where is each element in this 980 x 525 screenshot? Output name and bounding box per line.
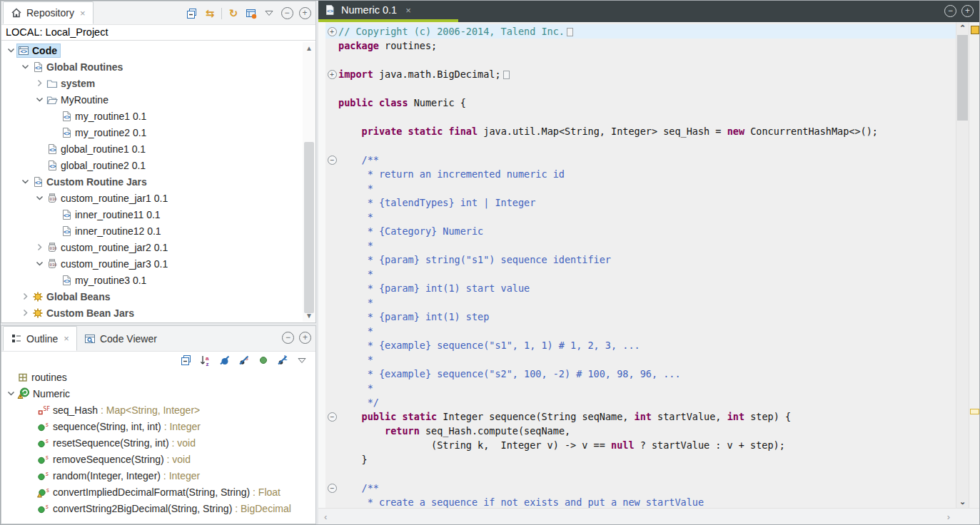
code-line[interactable]: * {example} sequence("s1", 1, 1) # 1, 2,… — [325, 338, 956, 352]
code-line[interactable]: * — [325, 324, 956, 338]
tree-item-content[interactable]: <>my_routine1 0.1 — [60, 110, 149, 123]
code-line[interactable]: * — [325, 181, 956, 195]
tree-item[interactable]: <>my_routine1 0.1 — [1, 108, 315, 124]
code-line[interactable]: +// Copyright (c) 2006-2014, Talend Inc. — [325, 24, 956, 39]
tree-item[interactable]: 010custom_routine_jar1 0.1 — [1, 190, 315, 206]
tree-item[interactable]: <>inner_routine12 0.1 — [1, 223, 315, 239]
outline-item[interactable]: sconvertImpliedDecimalFormat(String, Str… — [1, 484, 315, 500]
tab-outline[interactable]: Outline × — [3, 326, 77, 351]
tree-item-content[interactable]: <>my_routine2 0.1 — [60, 126, 149, 139]
close-icon[interactable]: × — [64, 333, 69, 344]
overview-marker-icon[interactable] — [970, 409, 979, 414]
chevron-expanded-icon[interactable] — [5, 389, 17, 397]
tree-item[interactable]: <>inner_routine11 0.1 — [1, 206, 315, 223]
minimize-button[interactable]: − — [281, 7, 293, 20]
chevron-expanded-icon[interactable] — [34, 96, 46, 103]
maximize-icon[interactable]: + — [299, 332, 311, 344]
tree-item-content[interactable]: 010custom_routine_jar1 0.1 — [46, 192, 171, 205]
tree-item[interactable]: 010custom_routine_jar2 0.1 — [1, 239, 315, 255]
maximize-button[interactable]: + — [298, 7, 311, 20]
collapsed-region-icon[interactable] — [567, 28, 573, 36]
tree-item-content[interactable]: 010custom_routine_jar2 0.1 — [46, 241, 171, 254]
tree-item[interactable]: Custom Bean Jars — [1, 305, 315, 321]
code-line[interactable]: +import java.math.BigDecimal; — [325, 67, 956, 81]
collapsed-region-icon[interactable] — [503, 71, 510, 79]
tree-item[interactable]: Global Beans — [1, 288, 315, 305]
tree-item-content[interactable]: <>Code — [17, 44, 60, 57]
tab-numeric-editor[interactable]: <> Numeric 0.1 × — [318, 1, 418, 19]
tree-item-content[interactable]: <>global_routine1 0.1 — [46, 143, 148, 156]
chevron-collapsed-icon[interactable] — [19, 309, 31, 317]
chevron-expanded-icon[interactable] — [19, 63, 31, 71]
close-icon[interactable]: × — [80, 8, 86, 19]
outline-item[interactable]: sremoveSequence(String) : void — [1, 451, 315, 467]
tree-item-content[interactable]: Custom Bean Jars — [31, 307, 137, 320]
code-line[interactable]: package routines; — [325, 39, 956, 53]
detailed-view-button[interactable] — [245, 7, 258, 20]
code-line[interactable] — [325, 467, 956, 481]
code-line[interactable]: (String k, Integer v) -> v == null ? sta… — [325, 438, 956, 452]
code-line[interactable]: } — [325, 452, 956, 467]
code-line[interactable]: * {param} string("s1") sequence identifi… — [325, 253, 956, 267]
chevron-expanded-icon[interactable] — [34, 260, 46, 267]
hide-fields-button[interactable] — [218, 354, 231, 367]
code-line[interactable]: − public static Integer sequence(String … — [325, 409, 956, 424]
overview-marker-icon[interactable] — [971, 26, 979, 34]
scroll-down-icon[interactable]: ▼ — [303, 312, 315, 320]
code-line[interactable]: return seq_Hash.compute(seqName, — [325, 424, 956, 438]
tree-item-content[interactable]: <>inner_routine11 0.1 — [60, 208, 163, 221]
outline-item[interactable]: Numeric — [1, 385, 315, 402]
view-menu-button[interactable] — [295, 354, 308, 367]
tree-item[interactable]: 010custom_routine_jar3 0.1 — [1, 255, 315, 272]
tree-item[interactable]: <>global_routine2 0.1 — [1, 157, 315, 173]
code-line[interactable]: * — [325, 295, 956, 310]
tab-code-viewer[interactable]: Code Viewer — [77, 326, 164, 351]
fold-toggle-plus-icon[interactable]: + — [325, 27, 338, 36]
tree-item-content[interactable]: <>inner_routine12 0.1 — [60, 225, 164, 238]
code-line[interactable]: * {Category} Numeric — [325, 224, 956, 238]
collapse-all-button[interactable] — [186, 7, 198, 20]
code-line[interactable]: */ — [325, 395, 956, 409]
scroll-up-icon[interactable]: ▲ — [303, 44, 315, 52]
hide-static-button[interactable]: s — [238, 354, 251, 367]
code-line[interactable] — [325, 81, 956, 96]
outline-item[interactable]: ssequence(String, int, int) : Integer — [1, 418, 315, 434]
code-line[interactable]: * create a sequence if not exists and pu… — [325, 495, 956, 508]
tree-item-content[interactable]: Global Beans — [31, 290, 113, 303]
code-line[interactable]: * — [325, 210, 956, 224]
tree-item[interactable]: <>Code — [1, 42, 315, 58]
code-line[interactable]: public class Numeric { — [325, 96, 956, 110]
fold-toggle-plus-icon[interactable]: + — [325, 70, 338, 79]
fold-toggle-minus-icon[interactable]: − — [325, 484, 338, 493]
outline-item[interactable]: routines — [1, 369, 315, 385]
tree-item[interactable]: system — [1, 75, 315, 91]
tree-item-content[interactable]: MyRoutine — [46, 93, 111, 106]
sort-alpha-button[interactable]: az — [199, 354, 212, 367]
chevron-expanded-icon[interactable] — [5, 46, 17, 54]
fold-toggle-minus-icon[interactable]: − — [325, 412, 338, 422]
code-line[interactable]: − /** — [325, 481, 956, 495]
chevron-expanded-icon[interactable] — [34, 194, 46, 202]
code-line[interactable]: * — [325, 238, 956, 253]
tree-item-content[interactable]: <>global_routine2 0.1 — [46, 159, 148, 172]
close-icon[interactable]: × — [405, 5, 411, 16]
outline-item[interactable]: sconvertString2BigDecimal(String, String… — [1, 500, 315, 516]
code-line[interactable] — [325, 138, 956, 153]
scroll-right-icon[interactable]: › — [947, 511, 950, 522]
code-line[interactable]: * return an incremented numeric id — [325, 167, 956, 181]
code-line[interactable]: * {param} int(1) step — [325, 310, 956, 324]
hide-non-public-button[interactable] — [257, 354, 270, 367]
outline-item[interactable]: sresetSequence(String, int) : void — [1, 434, 315, 451]
tree-item-content[interactable]: <>Global Routines — [31, 61, 126, 73]
chevron-collapsed-icon[interactable] — [19, 292, 31, 300]
tree-item-content[interactable]: <>my_routine3 0.1 — [60, 274, 149, 287]
code-line[interactable]: − /** — [325, 153, 956, 167]
tree-item[interactable]: <>Global Routines — [1, 58, 315, 75]
view-menu-button[interactable] — [263, 7, 276, 20]
collapse-all-button[interactable] — [180, 354, 193, 367]
chevron-expanded-icon[interactable] — [19, 178, 31, 185]
minimize-icon[interactable]: − — [282, 332, 294, 344]
tab-repository[interactable]: Repository × — [3, 1, 94, 24]
scroll-down-icon[interactable]: ⌄ — [956, 497, 969, 506]
maximize-icon[interactable]: + — [961, 5, 974, 17]
